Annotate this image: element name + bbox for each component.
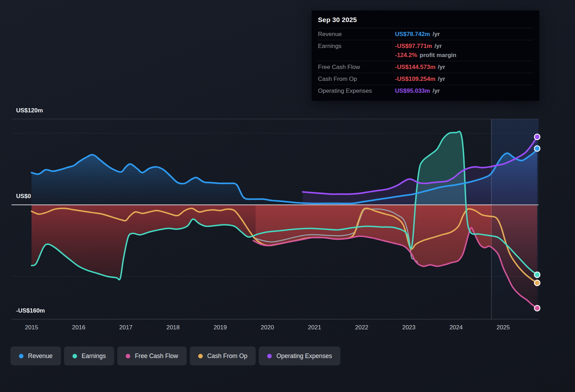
tooltip-label: Cash From Op bbox=[318, 76, 395, 83]
legend-label-revenue: Revenue bbox=[28, 352, 53, 360]
tooltip-value: -US$144.573m bbox=[395, 64, 435, 71]
tooltip-value: US$78.742m bbox=[395, 31, 430, 38]
tooltip-suffix: /yr bbox=[435, 43, 442, 50]
x-axis-label: 2022 bbox=[355, 324, 368, 331]
x-axis-label: 2021 bbox=[308, 324, 321, 331]
x-axis-label: 2023 bbox=[402, 324, 416, 331]
series-end-marker-free-cash-flow bbox=[534, 305, 540, 311]
legend-item-operating-expenses[interactable]: Operating Expenses bbox=[259, 346, 340, 365]
tooltip-row-revenue: Revenue US$78.742m /yr bbox=[318, 28, 533, 40]
legend-item-revenue[interactable]: Revenue bbox=[11, 346, 61, 365]
x-axis-label: 2019 bbox=[214, 324, 227, 331]
chart-tooltip: Sep 30 2025 Revenue US$78.742m /yr Earni… bbox=[312, 10, 539, 101]
loss-area-highlight bbox=[256, 205, 492, 266]
x-axis-label: 2017 bbox=[119, 324, 132, 331]
x-axis-label: 2016 bbox=[72, 324, 85, 331]
tooltip-row-earnings: Earnings -US$97.771m /yr bbox=[318, 40, 533, 52]
series-end-marker-operating-expenses bbox=[534, 134, 540, 140]
tooltip-value: -US$109.254m bbox=[395, 76, 435, 83]
legend-dot-cash-from-op-icon bbox=[198, 354, 203, 358]
legend-dot-free-cash-flow-icon bbox=[126, 354, 130, 358]
y-axis-label-top: US$120m bbox=[16, 107, 43, 114]
legend-dot-operating-expenses-icon bbox=[267, 354, 272, 358]
tooltip-suffix: /yr bbox=[438, 64, 445, 71]
earnings-revenue-history-chart: US$120m US$0 -US$160m 201520162017201820… bbox=[0, 0, 575, 392]
tooltip-suffix: /yr bbox=[432, 88, 440, 94]
legend-item-earnings[interactable]: Earnings bbox=[64, 346, 114, 365]
tooltip-row-free-cash-flow: Free Cash Flow -US$144.573m /yr bbox=[318, 61, 533, 73]
tooltip-value: -124.2% bbox=[395, 52, 417, 59]
tooltip-row-profit-margin: -124.2% profit margin bbox=[318, 52, 533, 61]
tooltip-row-cash-from-op: Cash From Op -US$109.254m /yr bbox=[318, 73, 533, 85]
tooltip-row-operating-expenses: Operating Expenses US$95.033m /yr bbox=[318, 85, 533, 97]
legend-dot-revenue-icon bbox=[19, 354, 23, 358]
y-axis-label-zero: US$0 bbox=[16, 193, 31, 200]
tooltip-value: US$95.033m bbox=[395, 88, 430, 94]
tooltip-suffix: /yr bbox=[432, 31, 440, 38]
legend-item-free-cash-flow[interactable]: Free Cash Flow bbox=[117, 346, 187, 365]
legend-dot-earnings-icon bbox=[72, 354, 77, 358]
legend-label-free-cash-flow: Free Cash Flow bbox=[135, 352, 178, 360]
x-axis-label: 2025 bbox=[497, 324, 510, 331]
x-axis-label: 2018 bbox=[166, 324, 180, 331]
x-axis-label: 2024 bbox=[449, 324, 463, 331]
x-axis-label: 2015 bbox=[25, 324, 38, 331]
tooltip-suffix: profit margin bbox=[420, 52, 456, 59]
legend-label-earnings: Earnings bbox=[82, 352, 106, 360]
series-end-marker-earnings bbox=[534, 272, 540, 278]
series-end-marker-cash-from-op bbox=[534, 280, 540, 286]
tooltip-value: -US$97.771m bbox=[395, 43, 432, 50]
tooltip-suffix: /yr bbox=[438, 76, 445, 83]
tooltip-label: Operating Expenses bbox=[318, 88, 395, 94]
tooltip-date: Sep 30 2025 bbox=[312, 10, 539, 28]
y-axis-label-bottom: -US$160m bbox=[16, 307, 45, 314]
tooltip-label: Revenue bbox=[318, 31, 395, 38]
x-axis: 2015201620172018201920202021202220232024… bbox=[0, 324, 575, 333]
legend-label-cash-from-op: Cash From Op bbox=[207, 352, 248, 360]
tooltip-label: Earnings bbox=[318, 43, 395, 50]
series-end-marker-revenue bbox=[534, 146, 540, 151]
legend-item-cash-from-op[interactable]: Cash From Op bbox=[190, 346, 256, 365]
legend-label-operating-expenses: Operating Expenses bbox=[276, 352, 332, 360]
x-axis-label: 2020 bbox=[261, 324, 274, 331]
chart-legend: Revenue Earnings Free Cash Flow Cash Fro… bbox=[11, 346, 340, 365]
tooltip-label: Free Cash Flow bbox=[318, 64, 395, 71]
